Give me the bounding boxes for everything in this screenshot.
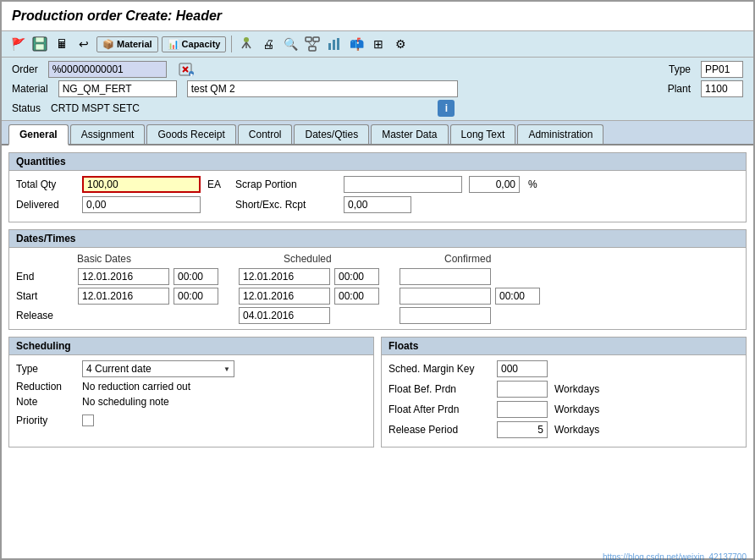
start-conf-date[interactable] — [400, 288, 491, 305]
find-icon[interactable]: 🔍 — [281, 35, 300, 53]
order-input[interactable]: %00000000001 — [48, 61, 167, 78]
float-after-input[interactable] — [497, 401, 548, 418]
end-basic-date[interactable] — [78, 268, 169, 285]
svg-rect-12 — [328, 43, 331, 50]
floats-body: Sched. Margin Key Float Bef. Prdn Workda… — [382, 355, 746, 447]
release-period-unit: Workdays — [554, 424, 599, 436]
svg-rect-13 — [333, 40, 335, 50]
note-label: Note — [16, 396, 75, 408]
material-desc-input[interactable]: test QM 2 — [187, 80, 458, 97]
release-conf-date[interactable] — [400, 307, 491, 324]
scheduling-header: Scheduling — [9, 338, 373, 355]
scheduling-floats-row: Scheduling Type 4 Current date ▼ Reducti… — [8, 337, 747, 454]
refresh-icon[interactable]: ↩ — [74, 35, 93, 53]
flag-icon[interactable]: 🚩 — [8, 35, 27, 53]
sched-type-dropdown[interactable]: 4 Current date ▼ — [82, 360, 234, 377]
short-exc-input[interactable] — [344, 196, 411, 213]
percent-label: % — [528, 178, 537, 190]
tab-control[interactable]: Control — [238, 124, 293, 144]
note-value: No scheduling note — [82, 396, 169, 408]
float-after-unit: Workdays — [554, 404, 599, 415]
sched-type-label: Type — [16, 363, 75, 375]
delivered-label: Delivered — [16, 199, 75, 211]
short-exc-label: Short/Exc. Rcpt — [235, 199, 337, 211]
float-bef-input[interactable] — [497, 381, 548, 398]
main-window: Production order Create: Header 🚩 🖩 ↩ 📦 … — [0, 0, 755, 560]
delivered-input[interactable] — [82, 196, 201, 213]
scheduling-body: Type 4 Current date ▼ Reduction No reduc… — [9, 355, 373, 435]
floats-header: Floats — [382, 338, 746, 355]
reduction-label: Reduction — [16, 381, 75, 393]
type-input[interactable]: PP01 — [701, 61, 743, 78]
calc-icon[interactable]: 🖩 — [52, 35, 71, 53]
grid-icon[interactable]: ⊞ — [369, 35, 388, 53]
tab-goods-receipt[interactable]: Goods Receipt — [146, 124, 235, 144]
quantities-header: Quantities — [9, 153, 746, 171]
svg-rect-7 — [306, 37, 311, 41]
margin-key-label: Sched. Margin Key — [389, 363, 490, 375]
reduction-row: Reduction No reduction carried out — [16, 381, 366, 393]
end-basic-time[interactable] — [174, 268, 218, 285]
start-conf-time[interactable] — [495, 288, 540, 305]
margin-key-row: Sched. Margin Key — [389, 360, 739, 377]
info-icon[interactable]: i — [438, 100, 455, 117]
release-period-label: Release Period — [389, 424, 490, 436]
page-title: Production order Create: Header — [12, 8, 743, 24]
margin-key-input[interactable] — [497, 360, 548, 377]
capacity-button[interactable]: 📊 Capacity — [162, 36, 227, 52]
release-sched-date[interactable] — [239, 307, 330, 324]
svg-rect-14 — [337, 38, 339, 50]
scrap-portion-input[interactable] — [344, 176, 462, 193]
total-qty-unit: EA — [207, 178, 229, 190]
floats-section: Floats Sched. Margin Key Float Bef. Prdn… — [381, 337, 747, 447]
tab-dates-qties[interactable]: Dates/Qties — [294, 124, 369, 144]
start-sched-time[interactable] — [334, 288, 379, 305]
scrap-portion-value[interactable] — [469, 176, 520, 193]
material-input[interactable]: NG_QM_FERT — [58, 80, 177, 97]
start-basic-time[interactable] — [174, 288, 218, 305]
material-icon: 📦 — [102, 39, 114, 50]
quantities-section: Quantities Total Qty EA Scrap Portion % … — [8, 152, 747, 222]
svg-line-10 — [308, 41, 312, 47]
tab-administration[interactable]: Administration — [517, 124, 603, 144]
network-icon[interactable] — [303, 35, 322, 53]
tab-master-data[interactable]: Master Data — [371, 124, 448, 144]
total-qty-input[interactable] — [82, 176, 201, 193]
dates-header: Dates/Times — [9, 230, 746, 248]
material-button[interactable]: 📦 Material — [96, 36, 158, 52]
end-sched-date[interactable] — [239, 268, 330, 285]
basic-dates-header: Basic Dates — [77, 253, 136, 265]
tab-general[interactable]: General — [8, 124, 69, 145]
tabs-bar: General Assignment Goods Receipt Control… — [2, 121, 753, 145]
toolbar: 🚩 🖩 ↩ 📦 Material 📊 Capacity 🖨 🔍 📫 ⊞ ⚙ — [2, 31, 753, 58]
box-icon[interactable]: 📫 — [347, 35, 366, 53]
quantities-body: Total Qty EA Scrap Portion % Delivered S… — [9, 171, 746, 222]
type-label: Type — [669, 63, 691, 75]
float-after-row: Float After Prdn Workdays — [389, 401, 739, 418]
note-row: Note No scheduling note — [16, 396, 366, 408]
release-period-input[interactable] — [497, 421, 548, 438]
material-label: Material — [12, 83, 48, 95]
tab-assignment[interactable]: Assignment — [70, 124, 146, 144]
end-conf-date[interactable] — [400, 268, 491, 285]
print-icon[interactable]: 🖨 — [259, 35, 278, 53]
float-after-label: Float After Prdn — [389, 404, 490, 415]
delivered-row: Delivered Short/Exc. Rcpt — [16, 196, 739, 213]
dropdown-arrow: ▼ — [223, 365, 230, 373]
tree-icon[interactable] — [237, 35, 256, 53]
plant-input[interactable]: 1100 — [701, 80, 743, 97]
end-sched-time[interactable] — [334, 268, 379, 285]
priority-label: Priority — [16, 415, 75, 426]
order-lookup-icon[interactable]: ▶ — [177, 61, 196, 78]
dates-body: Basic Dates Scheduled Confirmed End — [9, 248, 746, 329]
title-bar: Production order Create: Header — [2, 2, 753, 31]
save-icon[interactable] — [30, 35, 49, 53]
tab-long-text[interactable]: Long Text — [450, 124, 516, 144]
svg-text:▶: ▶ — [190, 72, 193, 77]
sched-type-value: 4 Current date — [86, 363, 152, 375]
graph-icon[interactable] — [325, 35, 344, 53]
start-basic-date[interactable] — [78, 288, 169, 305]
priority-checkbox[interactable] — [82, 415, 94, 426]
config-icon[interactable]: ⚙ — [391, 35, 410, 53]
start-sched-date[interactable] — [239, 288, 330, 305]
